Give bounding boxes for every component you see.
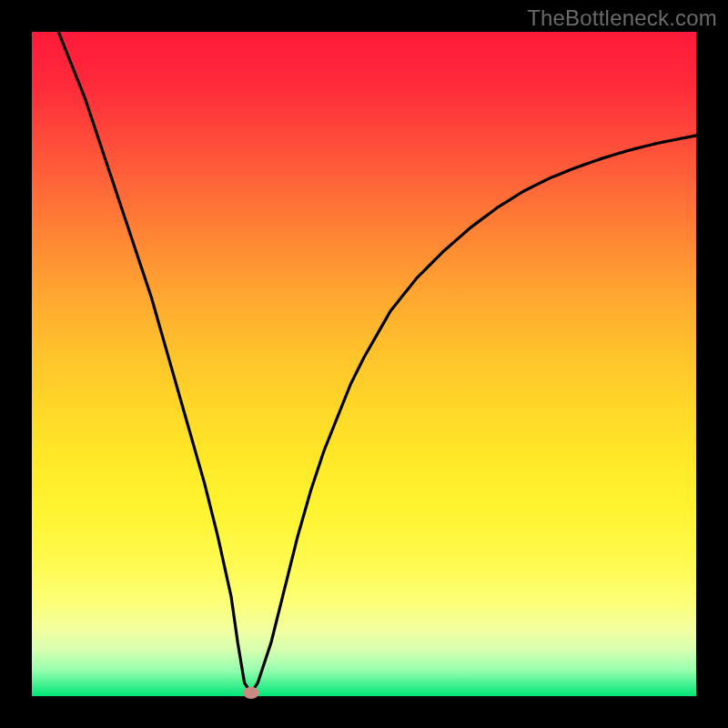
plot-area (32, 32, 696, 696)
bottleneck-curve (32, 32, 696, 696)
minimum-marker (243, 687, 259, 699)
chart-frame: TheBottleneck.com (0, 0, 728, 728)
watermark-text: TheBottleneck.com (527, 5, 717, 31)
